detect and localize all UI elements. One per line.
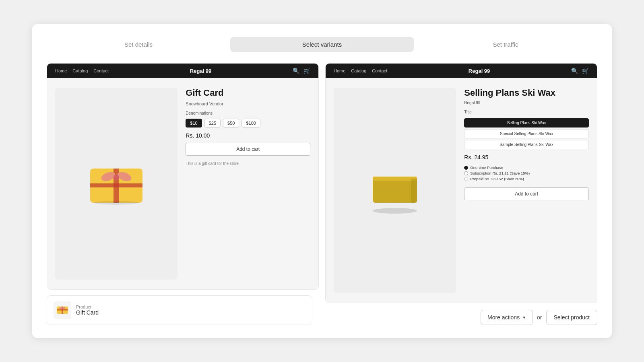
svg-rect-16 bbox=[411, 179, 417, 203]
step-1-label[interactable]: Set details bbox=[47, 41, 230, 48]
left-nav-icons: 🔍 🛒 bbox=[293, 68, 310, 74]
right-search-icon[interactable]: 🔍 bbox=[571, 68, 578, 74]
left-product-area: Gift Card Snowboard Vendor Denominations… bbox=[47, 78, 318, 289]
right-title-label: Title bbox=[464, 110, 589, 114]
left-product-card-icon bbox=[54, 301, 71, 319]
denom-btn-25[interactable]: $25 bbox=[204, 119, 221, 128]
purchase-option-2: Prepaid Rs. 239.52 (Save 20%) bbox=[464, 177, 589, 181]
left-product-description: This is a gift card for the store bbox=[186, 161, 310, 166]
right-purchase-options: One-time Purchase Subscription Rs. 21.21… bbox=[464, 165, 589, 181]
main-container: Set details Select variants Set traffic … bbox=[32, 24, 612, 338]
right-product-price: Rs. 24.95 bbox=[464, 154, 589, 160]
purchase-option-2-label: Prepaid Rs. 239.52 (Save 20%) bbox=[470, 177, 524, 181]
step-3-label[interactable]: Set traffic bbox=[414, 41, 597, 48]
svg-point-12 bbox=[62, 308, 63, 309]
denom-btn-10[interactable]: $10 bbox=[186, 119, 202, 128]
left-product-card-info: Product Gift Card bbox=[76, 304, 99, 316]
denom-btn-100[interactable]: $100 bbox=[242, 119, 260, 128]
svg-rect-2 bbox=[90, 183, 142, 187]
right-preview-panel: Home Catalog Contact Regal 99 🔍 🛒 bbox=[325, 63, 597, 303]
left-nav-links: Home Catalog Contact bbox=[55, 68, 109, 73]
purchase-option-1: Subscription Rs. 21.21 (Save 15%) bbox=[464, 171, 589, 175]
or-separator: or bbox=[537, 314, 542, 321]
gift-card-small-icon bbox=[56, 305, 68, 315]
right-nav-contact[interactable]: Contact bbox=[372, 68, 387, 73]
left-nav-contact[interactable]: Contact bbox=[93, 68, 109, 73]
left-card-name: Gift Card bbox=[76, 309, 99, 316]
right-brand-tag: Regal 99 bbox=[464, 101, 589, 105]
radio-1[interactable] bbox=[464, 171, 468, 175]
right-nav-home[interactable]: Home bbox=[334, 68, 345, 73]
right-nav-links: Home Catalog Contact bbox=[334, 68, 387, 73]
right-product-area: Selling Plans Ski Wax Regal 99 Title Sel… bbox=[326, 78, 597, 303]
left-product-details: Gift Card Snowboard Vendor Denominations… bbox=[186, 88, 310, 280]
right-panel-wrapper: Home Catalog Contact Regal 99 🔍 🛒 bbox=[325, 63, 597, 325]
left-denomination-label: Denominations bbox=[186, 111, 310, 115]
left-product-vendor: Snowboard Vendor bbox=[186, 101, 310, 106]
purchase-option-0: One-time Purchase bbox=[464, 165, 589, 170]
more-actions-label: More actions bbox=[487, 314, 520, 321]
right-brand-name: Regal 99 bbox=[387, 68, 571, 74]
left-cart-icon[interactable]: 🛒 bbox=[303, 68, 310, 74]
svg-point-6 bbox=[94, 201, 138, 205]
left-nav-catalog[interactable]: Catalog bbox=[72, 68, 88, 73]
left-store-nav: Home Catalog Contact Regal 99 🔍 🛒 bbox=[47, 64, 318, 78]
content-area: Home Catalog Contact Regal 99 🔍 🛒 bbox=[47, 63, 597, 325]
title-option-0[interactable]: Selling Plans Ski Wax bbox=[464, 118, 589, 128]
steps-bar: Set details Select variants Set traffic bbox=[47, 37, 597, 52]
right-add-to-cart-button[interactable]: Add to cart bbox=[464, 187, 589, 200]
svg-rect-14 bbox=[373, 177, 417, 181]
purchase-option-0-label: One-time Purchase bbox=[470, 165, 503, 170]
purchase-option-1-label: Subscription Rs. 21.21 (Save 15%) bbox=[470, 171, 530, 175]
right-nav-catalog[interactable]: Catalog bbox=[351, 68, 366, 73]
left-brand-name: Regal 99 bbox=[109, 68, 293, 74]
left-product-price: Rs. 10.00 bbox=[186, 132, 310, 139]
svg-point-15 bbox=[373, 208, 417, 214]
radio-2[interactable] bbox=[464, 177, 468, 181]
right-cart-icon[interactable]: 🛒 bbox=[582, 68, 589, 74]
chevron-down-icon: ▼ bbox=[522, 315, 526, 320]
svg-point-5 bbox=[114, 175, 119, 180]
right-product-image bbox=[334, 88, 456, 293]
left-product-card: Product Gift Card bbox=[47, 295, 312, 325]
right-store-nav: Home Catalog Contact Regal 99 🔍 🛒 bbox=[326, 64, 597, 78]
ski-wax-svg bbox=[363, 167, 427, 215]
right-product-title: Selling Plans Ski Wax bbox=[464, 88, 589, 98]
title-option-1[interactable]: Special Selling Plans Ski Wax bbox=[464, 129, 589, 138]
right-title-options: Selling Plans Ski Wax Special Selling Pl… bbox=[464, 118, 589, 149]
left-preview-panel: Home Catalog Contact Regal 99 🔍 🛒 bbox=[47, 63, 319, 290]
left-nav-home[interactable]: Home bbox=[55, 68, 67, 73]
more-actions-button[interactable]: More actions ▼ bbox=[481, 310, 533, 325]
left-search-icon[interactable]: 🔍 bbox=[293, 68, 299, 74]
left-denominations: $10 $25 $50 $100 bbox=[186, 119, 310, 128]
select-product-button[interactable]: Select product bbox=[546, 310, 598, 325]
radio-0[interactable] bbox=[464, 166, 468, 170]
svg-rect-9 bbox=[57, 309, 68, 311]
gift-card-svg bbox=[86, 162, 147, 205]
left-product-title: Gift Card bbox=[186, 88, 310, 98]
left-card-label: Product bbox=[76, 304, 99, 309]
title-option-2[interactable]: Sample Selling Plans Ski Wax bbox=[464, 140, 589, 149]
right-product-details: Selling Plans Ski Wax Regal 99 Title Sel… bbox=[464, 88, 589, 293]
left-add-to-cart-button[interactable]: Add to cart bbox=[186, 143, 310, 156]
right-bottom-actions: More actions ▼ or Select product bbox=[325, 310, 597, 325]
right-nav-icons: 🔍 🛒 bbox=[571, 68, 589, 74]
denom-btn-50[interactable]: $50 bbox=[223, 119, 239, 128]
step-2-label[interactable]: Select variants bbox=[230, 37, 414, 52]
left-product-image bbox=[55, 88, 178, 280]
